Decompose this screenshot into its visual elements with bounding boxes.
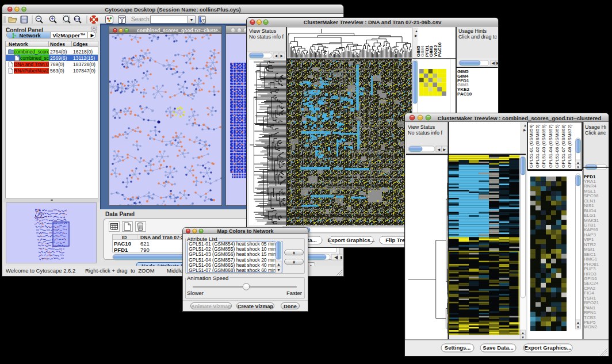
svg-text:No status info f: No status info f [408,130,443,136]
svg-text:▼: ▼ [576,166,580,169]
svg-text:Export Graphics...: Export Graphics... [328,237,375,243]
svg-text:▲: ▲ [521,331,525,335]
svg-text:▶: ▶ [443,148,446,151]
svg-text:▲: ▲ [523,124,527,127]
svg-text:◀: ◀ [275,54,278,58]
svg-text:◀: ◀ [334,255,338,260]
svg-text:GPL51-04 (GSM857): GPL51-04 (GSM857) [548,124,553,168]
svg-text:Search:: Search: [131,16,151,22]
svg-text:▲: ▲ [576,321,580,324]
svg-text:▶: ▶ [415,34,418,37]
svg-text:PAC10: PAC10 [437,42,442,57]
svg-text:▶: ▶ [281,54,284,58]
svg-text:GPL51-06 (GSM865): GPL51-06 (GSM865) [554,124,560,168]
svg-text:GPL51-08 (GSM872): GPL51-08 (GSM872) [567,124,572,168]
svg-text:▲: ▲ [576,161,580,164]
svg-text:▼: ▼ [576,325,580,329]
svg-text:▶: ▶ [496,61,498,65]
svg-text:Usage Hints: Usage Hints [458,28,487,34]
svg-text:Save Data...: Save Data... [483,344,513,351]
svg-text:▼: ▼ [521,336,525,339]
svg-text:PAC10: PAC10 [457,91,472,97]
svg-text:MON2: MON2 [584,324,598,329]
svg-text:Settings...: Settings... [445,344,471,351]
svg-text:▶: ▶ [523,128,526,132]
svg-text:GPL51-02 (GSM855): GPL51-02 (GSM855) [535,124,540,168]
svg-text:Click and drag tc: Click and drag tc [458,34,498,40]
svg-text:◀: ◀ [492,61,495,65]
svg-text:GPL51-03 (GSM856): GPL51-03 (GSM856) [541,124,546,168]
svg-text:GPL51-01 (GSM854): GPL51-01 (GSM854) [529,124,534,168]
svg-text:View Status: View Status [408,124,435,130]
svg-text:▲: ▲ [277,262,281,266]
svg-text:◀: ◀ [438,148,441,151]
svg-text:▶: ▶ [341,255,342,260]
svg-text:Click anc: Click anc [585,130,606,136]
svg-text:Usage Hi: Usage Hi [585,124,606,130]
svg-text:1:1: 1:1 [75,17,79,21]
svg-text:▼: ▼ [277,268,281,272]
svg-text:Export Graphics...: Export Graphics... [525,344,572,351]
svg-text:No status info f: No status info f [249,34,284,40]
svg-text:View Status: View Status [249,28,277,34]
svg-text:GPL51-07 (GSM868): GPL51-07 (GSM868) [561,124,566,168]
